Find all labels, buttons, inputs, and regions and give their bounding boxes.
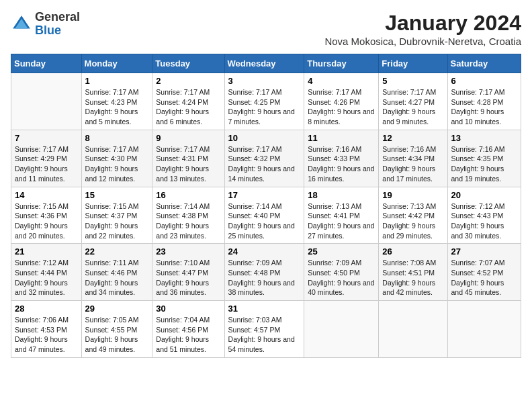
calendar-week-2: 7Sunrise: 7:17 AMSunset: 4:29 PMDaylight…	[11, 130, 521, 187]
calendar-cell: 27Sunrise: 7:07 AMSunset: 4:52 PMDayligh…	[447, 244, 521, 301]
cell-details: Sunrise: 7:12 AMSunset: 4:44 PMDaylight:…	[15, 258, 78, 298]
cell-details: Sunrise: 7:17 AMSunset: 4:29 PMDaylight:…	[15, 144, 78, 184]
day-number: 22	[85, 246, 149, 257]
calendar-cell: 3Sunrise: 7:17 AMSunset: 4:25 PMDaylight…	[224, 73, 304, 130]
cell-details: Sunrise: 7:09 AMSunset: 4:50 PMDaylight:…	[308, 258, 375, 298]
calendar-cell: 30Sunrise: 7:04 AMSunset: 4:56 PMDayligh…	[152, 301, 224, 358]
cell-details: Sunrise: 7:14 AMSunset: 4:38 PMDaylight:…	[156, 201, 220, 241]
title-block: January 2024 Nova Mokosica, Dubrovnik-Ne…	[324, 11, 521, 47]
cell-details: Sunrise: 7:07 AMSunset: 4:52 PMDaylight:…	[451, 258, 517, 298]
cell-details: Sunrise: 7:17 AMSunset: 4:27 PMDaylight:…	[382, 87, 443, 127]
calendar-cell: 16Sunrise: 7:14 AMSunset: 4:38 PMDayligh…	[152, 187, 224, 244]
day-header-friday: Friday	[379, 54, 447, 73]
page-subtitle: Nova Mokosica, Dubrovnik-Neretva, Croati…	[324, 36, 521, 47]
calendar-cell: 17Sunrise: 7:14 AMSunset: 4:40 PMDayligh…	[224, 187, 304, 244]
day-number: 14	[15, 190, 78, 200]
day-number: 1	[85, 76, 149, 86]
day-header-saturday: Saturday	[447, 54, 521, 73]
day-header-wednesday: Wednesday	[224, 54, 304, 73]
day-number: 24	[228, 246, 301, 257]
day-number: 4	[308, 76, 375, 86]
cell-details: Sunrise: 7:13 AMSunset: 4:41 PMDaylight:…	[308, 201, 375, 241]
calendar-cell: 29Sunrise: 7:05 AMSunset: 4:55 PMDayligh…	[81, 301, 152, 358]
cell-details: Sunrise: 7:04 AMSunset: 4:56 PMDaylight:…	[156, 315, 220, 355]
calendar-week-4: 21Sunrise: 7:12 AMSunset: 4:44 PMDayligh…	[11, 244, 521, 301]
calendar-cell: 24Sunrise: 7:09 AMSunset: 4:48 PMDayligh…	[224, 244, 304, 301]
day-number: 5	[382, 76, 443, 86]
calendar-week-3: 14Sunrise: 7:15 AMSunset: 4:36 PMDayligh…	[11, 187, 521, 244]
cell-details: Sunrise: 7:10 AMSunset: 4:47 PMDaylight:…	[156, 258, 220, 298]
day-number: 20	[451, 190, 517, 200]
calendar-cell: 15Sunrise: 7:15 AMSunset: 4:37 PMDayligh…	[81, 187, 152, 244]
cell-details: Sunrise: 7:17 AMSunset: 4:23 PMDaylight:…	[85, 87, 149, 127]
calendar-cell: 4Sunrise: 7:17 AMSunset: 4:26 PMDaylight…	[304, 73, 379, 130]
cell-details: Sunrise: 7:17 AMSunset: 4:24 PMDaylight:…	[156, 87, 220, 127]
calendar-cell: 26Sunrise: 7:08 AMSunset: 4:51 PMDayligh…	[379, 244, 447, 301]
cell-details: Sunrise: 7:16 AMSunset: 4:33 PMDaylight:…	[308, 144, 375, 184]
day-number: 27	[451, 246, 517, 257]
cell-details: Sunrise: 7:05 AMSunset: 4:55 PMDaylight:…	[85, 315, 149, 355]
calendar-week-5: 28Sunrise: 7:06 AMSunset: 4:53 PMDayligh…	[11, 301, 521, 358]
day-number: 12	[382, 133, 443, 143]
calendar-cell: 31Sunrise: 7:03 AMSunset: 4:57 PMDayligh…	[224, 301, 304, 358]
calendar-cell: 18Sunrise: 7:13 AMSunset: 4:41 PMDayligh…	[304, 187, 379, 244]
day-number: 25	[308, 246, 375, 257]
cell-details: Sunrise: 7:09 AMSunset: 4:48 PMDaylight:…	[228, 258, 301, 298]
calendar-cell	[11, 73, 82, 130]
header-row: SundayMondayTuesdayWednesdayThursdayFrid…	[11, 54, 521, 73]
logo-icon	[11, 13, 32, 35]
calendar-cell: 8Sunrise: 7:17 AMSunset: 4:30 PMDaylight…	[81, 130, 152, 187]
day-number: 8	[85, 133, 149, 143]
day-header-thursday: Thursday	[304, 54, 379, 73]
day-number: 28	[15, 304, 78, 314]
cell-details: Sunrise: 7:11 AMSunset: 4:46 PMDaylight:…	[85, 258, 149, 298]
cell-details: Sunrise: 7:08 AMSunset: 4:51 PMDaylight:…	[382, 258, 443, 298]
cell-details: Sunrise: 7:17 AMSunset: 4:31 PMDaylight:…	[156, 144, 220, 184]
calendar-cell	[447, 301, 521, 358]
cell-details: Sunrise: 7:12 AMSunset: 4:43 PMDaylight:…	[451, 201, 517, 241]
day-number: 30	[156, 304, 220, 314]
calendar-cell: 20Sunrise: 7:12 AMSunset: 4:43 PMDayligh…	[447, 187, 521, 244]
day-number: 26	[382, 246, 443, 257]
cell-details: Sunrise: 7:15 AMSunset: 4:36 PMDaylight:…	[15, 201, 78, 241]
calendar-cell: 21Sunrise: 7:12 AMSunset: 4:44 PMDayligh…	[11, 244, 82, 301]
day-number: 10	[228, 133, 301, 143]
day-number: 19	[382, 190, 443, 200]
day-number: 16	[156, 190, 220, 200]
page-header: General Blue January 2024 Nova Mokosica,…	[11, 11, 521, 47]
cell-details: Sunrise: 7:03 AMSunset: 4:57 PMDaylight:…	[228, 315, 301, 355]
day-number: 15	[85, 190, 149, 200]
calendar-cell: 2Sunrise: 7:17 AMSunset: 4:24 PMDaylight…	[152, 73, 224, 130]
calendar-cell: 12Sunrise: 7:16 AMSunset: 4:34 PMDayligh…	[379, 130, 447, 187]
day-number: 3	[228, 76, 301, 86]
day-number: 21	[15, 246, 78, 257]
calendar-cell: 5Sunrise: 7:17 AMSunset: 4:27 PMDaylight…	[379, 73, 447, 130]
day-number: 31	[228, 304, 301, 314]
day-number: 17	[228, 190, 301, 200]
calendar-cell: 1Sunrise: 7:17 AMSunset: 4:23 PMDaylight…	[81, 73, 152, 130]
day-number: 11	[308, 133, 375, 143]
calendar-cell: 22Sunrise: 7:11 AMSunset: 4:46 PMDayligh…	[81, 244, 152, 301]
day-number: 7	[15, 133, 78, 143]
day-number: 29	[85, 304, 149, 314]
cell-details: Sunrise: 7:17 AMSunset: 4:25 PMDaylight:…	[228, 87, 301, 127]
cell-details: Sunrise: 7:13 AMSunset: 4:42 PMDaylight:…	[382, 201, 443, 241]
calendar-cell: 9Sunrise: 7:17 AMSunset: 4:31 PMDaylight…	[152, 130, 224, 187]
cell-details: Sunrise: 7:17 AMSunset: 4:26 PMDaylight:…	[308, 87, 375, 127]
calendar-cell	[304, 301, 379, 358]
cell-details: Sunrise: 7:17 AMSunset: 4:30 PMDaylight:…	[85, 144, 149, 184]
calendar-cell: 7Sunrise: 7:17 AMSunset: 4:29 PMDaylight…	[11, 130, 82, 187]
cell-details: Sunrise: 7:16 AMSunset: 4:34 PMDaylight:…	[382, 144, 443, 184]
calendar-cell: 10Sunrise: 7:17 AMSunset: 4:32 PMDayligh…	[224, 130, 304, 187]
cell-details: Sunrise: 7:17 AMSunset: 4:32 PMDaylight:…	[228, 144, 301, 184]
logo-text: General Blue	[35, 11, 80, 38]
cell-details: Sunrise: 7:16 AMSunset: 4:35 PMDaylight:…	[451, 144, 517, 184]
day-header-tuesday: Tuesday	[152, 54, 224, 73]
day-header-monday: Monday	[81, 54, 152, 73]
calendar-cell	[379, 301, 447, 358]
cell-details: Sunrise: 7:14 AMSunset: 4:40 PMDaylight:…	[228, 201, 301, 241]
calendar-week-1: 1Sunrise: 7:17 AMSunset: 4:23 PMDaylight…	[11, 73, 521, 130]
cell-details: Sunrise: 7:06 AMSunset: 4:53 PMDaylight:…	[15, 315, 78, 355]
day-number: 9	[156, 133, 220, 143]
calendar-cell: 28Sunrise: 7:06 AMSunset: 4:53 PMDayligh…	[11, 301, 82, 358]
